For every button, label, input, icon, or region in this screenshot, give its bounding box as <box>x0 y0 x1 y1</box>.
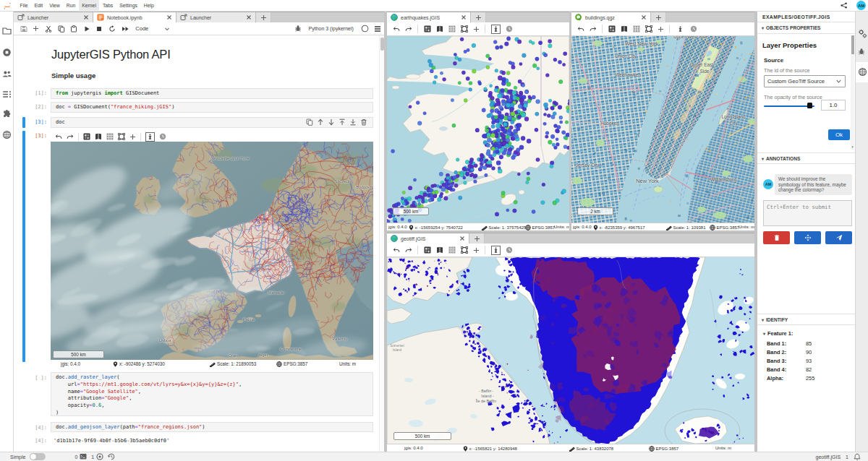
move-cell-down-icon[interactable] <box>328 119 335 126</box>
buildings-map[interactable]: West New YorkUnion CityWeehawkenUpper We… <box>571 36 754 223</box>
add-tab-icon[interactable] <box>655 14 662 21</box>
redo-button[interactable] <box>587 26 599 32</box>
extensions-icon[interactable] <box>2 110 12 119</box>
cut-icon[interactable] <box>45 25 52 33</box>
activity-file-browser-button[interactable] <box>2 26 12 35</box>
basemap-icon[interactable] <box>95 133 102 140</box>
history-button[interactable] <box>108 453 115 460</box>
insert-below-icon[interactable] <box>349 119 357 126</box>
property-inspector-icon[interactable] <box>858 29 867 38</box>
delete-annotation-button[interactable] <box>763 231 790 244</box>
undo-icon[interactable] <box>55 134 62 139</box>
close-icon[interactable] <box>83 14 89 20</box>
tab-close[interactable] <box>77 14 89 20</box>
menu-file[interactable]: File <box>17 0 31 12</box>
tab[interactable]: Notebook.ipynb <box>93 12 176 22</box>
activity-table-of-contents-button[interactable] <box>2 90 12 99</box>
section-annotations[interactable]: ▾ANNOTATIONS <box>757 152 855 164</box>
restart-kernel-button[interactable] <box>106 25 119 33</box>
add-layer-button[interactable] <box>470 247 482 254</box>
activity-property-inspector-button[interactable] <box>858 29 867 38</box>
new-tab-button[interactable] <box>651 12 666 22</box>
duplicate-cell-icon[interactable] <box>306 119 313 126</box>
france-map[interactable]: Newcastle upon TyneSzczecinBydgoszczMars… <box>51 142 373 360</box>
insert-above-icon[interactable] <box>339 119 346 126</box>
raster-layer-button[interactable] <box>630 25 642 33</box>
basemap-icon[interactable] <box>436 246 443 254</box>
center-annotation-button[interactable] <box>794 231 821 244</box>
tab[interactable]: geotiff.jGIS <box>387 233 469 244</box>
simple-mode-toggle[interactable] <box>30 453 46 460</box>
add-layer-icon[interactable] <box>658 26 664 33</box>
new-layer-button[interactable] <box>421 25 433 33</box>
opacity-slider[interactable] <box>764 102 814 109</box>
identify-feature[interactable]: ▾Feature 1: <box>763 330 793 337</box>
code-cell[interactable]: doc.add_geojson_layer(path="france_regio… <box>51 422 373 432</box>
file-browser-icon[interactable] <box>2 26 12 35</box>
geometry-icon[interactable] <box>461 25 468 33</box>
activity-running-kernels-button[interactable] <box>2 48 12 57</box>
redo-icon[interactable] <box>67 134 74 139</box>
opacity-value[interactable]: 1.0 <box>821 100 846 111</box>
restart-icon[interactable] <box>109 25 116 33</box>
kernel-status-button[interactable] <box>358 25 372 33</box>
menu-tabs[interactable]: Tabs <box>99 0 116 12</box>
code-cell[interactable]: doc = GISDocument("france_hiking.jGIS") <box>51 102 373 113</box>
delete-cell-icon[interactable] <box>360 119 367 126</box>
tab-close[interactable] <box>635 14 647 20</box>
paste-cell-button[interactable] <box>67 25 80 33</box>
redo-icon[interactable] <box>405 26 412 32</box>
scrollbar-thumb[interactable] <box>851 35 854 54</box>
geotiff-map[interactable]: - Baffin -Island -Île de BaffinSomersetI… <box>387 257 754 444</box>
undo-icon[interactable] <box>577 26 584 32</box>
tab-close[interactable] <box>455 14 467 20</box>
basemap-button[interactable] <box>93 133 104 140</box>
basemap-button[interactable] <box>433 25 446 33</box>
add-layer-icon[interactable] <box>473 26 480 33</box>
identify-button[interactable] <box>488 246 503 255</box>
kernels-indicator[interactable]: 1 <box>91 453 103 460</box>
kernels-icon[interactable] <box>96 453 103 460</box>
raster-icon[interactable] <box>633 25 640 33</box>
add-tab-icon[interactable] <box>260 14 267 21</box>
new-layer-icon[interactable] <box>424 25 431 33</box>
menu-help[interactable]: Help <box>140 0 157 12</box>
code-cell[interactable]: from jupytergis import GISDocument <box>51 88 373 99</box>
tab-close[interactable] <box>240 14 252 20</box>
redo-button[interactable] <box>402 26 414 32</box>
identify-icon[interactable] <box>491 25 501 34</box>
ok-button[interactable]: Ok <box>828 129 850 140</box>
raster-layer-button[interactable] <box>446 25 458 33</box>
menu-run[interactable]: Run <box>63 0 78 12</box>
scrollbar-down-arrow[interactable]: ▾ <box>851 145 854 150</box>
activity-jupytergis-button[interactable] <box>858 67 867 77</box>
source-select[interactable]: Custom GeoTiff Source <box>764 75 846 87</box>
bug-icon[interactable] <box>294 25 302 33</box>
add-layer-icon[interactable] <box>473 247 480 254</box>
add-layer-button[interactable] <box>470 26 482 33</box>
activity-jupytergis-button[interactable] <box>2 130 12 139</box>
running-kernels-icon[interactable] <box>2 48 12 57</box>
save-button[interactable] <box>17 25 30 33</box>
paste-icon[interactable] <box>70 25 77 33</box>
jupytergis-panel-icon[interactable] <box>858 67 867 77</box>
identify-icon[interactable] <box>676 25 685 34</box>
code-cell[interactable]: doc.add_raster_layer( url="https://mt1.g… <box>51 372 373 416</box>
earthquakes-map[interactable]: 500 km <box>387 36 569 223</box>
raster-icon[interactable] <box>106 133 114 140</box>
menu-kernel[interactable]: Kernel <box>79 0 100 12</box>
redo-button[interactable] <box>64 134 76 139</box>
temporal-button[interactable] <box>687 25 699 33</box>
submit-annotation-button[interactable] <box>825 231 852 244</box>
identify-button[interactable] <box>488 25 503 34</box>
geometry-icon[interactable] <box>118 133 125 140</box>
annotation-reply-input[interactable] <box>763 200 852 226</box>
identify-icon[interactable] <box>491 246 501 255</box>
tab-close[interactable] <box>161 14 172 20</box>
activity-debugger-button[interactable] <box>858 48 867 57</box>
basemap-icon[interactable] <box>621 25 628 33</box>
redo-button[interactable] <box>402 247 414 253</box>
undo-button[interactable] <box>390 247 402 253</box>
temporal-icon[interactable] <box>506 246 513 254</box>
undo-button[interactable] <box>390 26 402 32</box>
